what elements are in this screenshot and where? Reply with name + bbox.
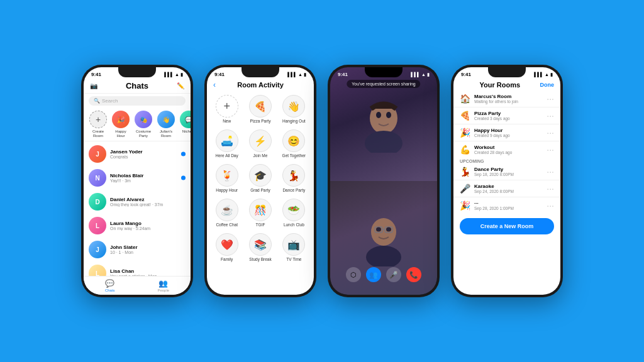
room-more-0[interactable]: ··· (547, 94, 554, 104)
end-call-btn[interactable]: 📞 (406, 267, 421, 282)
activity-grid: + New 🍕 Pizza Party 👋 Hanging Out 🛋️ Her… (207, 91, 314, 265)
activity-hanging[interactable]: 👋 Hanging Out (278, 92, 310, 126)
mute-btn[interactable]: 🎤 (386, 267, 401, 282)
upcoming-sub-0: Sep 18, 2020 8:00PM (474, 172, 543, 177)
activity-family[interactable]: ❤️ Family (211, 231, 243, 264)
activity-tv[interactable]: 📺 TV Time (278, 231, 310, 264)
chat-info-2: Daniel Alvarez Omg they look great! · 37… (110, 197, 186, 207)
phone-video-call: 9:41 ▌▌▌ ▲ ▮ (328, 65, 440, 297)
activity-label-tv: TV Time (286, 257, 301, 261)
upcoming-name-1: Karaoke (474, 184, 543, 189)
phone-chats: 9:41 ▌▌▌ ▲ ▮ 📷 Chats ✏️ 🔍 Search + (81, 65, 193, 297)
activity-grad[interactable]: 🎓 Grad Party (244, 162, 276, 195)
activity-dance[interactable]: 💃 Dance Party (278, 162, 310, 195)
upcoming-more-0[interactable]: ··· (547, 167, 554, 177)
chat-name-2: Daniel Alvarez (110, 197, 186, 202)
room-item-4[interactable]: 💬 Niche... (179, 111, 191, 138)
chat-item-4[interactable]: J John Slater 10 · 1 · Mon (84, 238, 191, 261)
upcoming-emoji-0: 💃 (460, 167, 470, 177)
activity-happy[interactable]: 🍹 Happy Hour (211, 162, 243, 195)
bottom-nav: 💬 Chats 👥 People (84, 276, 191, 295)
chat-item-0[interactable]: J Jansen Yoder Congrats 1m (84, 142, 191, 166)
chat-avatar-0: J (89, 145, 106, 163)
activity-icon-together: 😊 (282, 129, 305, 152)
upcoming-more-2[interactable]: ··· (547, 200, 554, 211)
activity-join[interactable]: ⚡ Join Me (244, 127, 276, 160)
activity-lunch[interactable]: 🥗 Lunch Club (278, 196, 310, 229)
upcoming-room-1[interactable]: 🎤 Karaoke Sep 24, 2020 8:00PM ··· (453, 181, 560, 196)
chat-name-4: John Slater (110, 244, 186, 250)
svg-point-1 (365, 131, 402, 153)
activity-label-tgif: TGIF (256, 222, 265, 227)
room-row-3[interactable]: 💪 Workout Created 28 days ago ··· (453, 142, 560, 157)
room-sub-0: Waiting for others to join (474, 99, 543, 104)
upcoming-emoji-2: 🎉 (460, 200, 470, 211)
activity-icon-study: 📚 (249, 233, 272, 256)
activity-together[interactable]: 😊 Get Together (278, 127, 310, 160)
chat-item-2[interactable]: D Daniel Alvarez Omg they look great! · … (84, 190, 191, 214)
status-time-3: 9:41 (338, 72, 348, 77)
chat-preview-2: Omg they look great! · 37m (110, 202, 186, 207)
upcoming-more-1[interactable]: ··· (547, 184, 554, 194)
activity-icon-tgif: 🎊 (249, 199, 272, 221)
signal-icon-4: ▌▌▌ (534, 72, 543, 77)
room-emoji-3: 💪 (460, 145, 470, 155)
battery-icon-4: ▮ (550, 72, 553, 77)
room-item-2[interactable]: 🎭 CostumeParty (134, 111, 153, 138)
room-activity-title: Room Activity (237, 81, 284, 89)
chat-item-3[interactable]: L Laura Mango On my way · 5:24am (84, 214, 191, 238)
activity-label-happy: Happy Hour (216, 188, 238, 192)
activity-new[interactable]: + New (211, 92, 243, 126)
camera-icon[interactable]: 📷 (90, 82, 97, 89)
activity-tgif[interactable]: 🎊 TGIF (244, 196, 276, 229)
room-avatar-3: 👋 (157, 111, 175, 128)
room-more-1[interactable]: ··· (547, 111, 554, 121)
wifi-icon-3: ▲ (421, 72, 426, 77)
phone-your-rooms: 9:41 ▌▌▌ ▲ ▮ Your Rooms Done 🏠 Marcus's … (451, 65, 563, 297)
chats-header: 📷 Chats ✏️ (84, 80, 191, 94)
room-item-1[interactable]: 🎉 HappyHour (111, 111, 130, 138)
svg-point-5 (366, 246, 401, 266)
upcoming-label: UPCOMING (453, 157, 560, 164)
activity-icon-tv: 📺 (282, 233, 305, 256)
notch-4 (488, 67, 526, 77)
room-more-3[interactable]: ··· (547, 145, 554, 155)
activity-study[interactable]: 📚 Study Break (244, 231, 276, 264)
activity-icon-happy: 🍹 (216, 164, 238, 187)
compose-icon[interactable]: ✏️ (177, 82, 184, 89)
room-more-2[interactable]: ··· (547, 128, 554, 138)
nav-chats[interactable]: 💬 Chats (105, 279, 115, 292)
room-name-0: Marcus's Room (474, 94, 543, 99)
unread-dot-1 (181, 176, 186, 180)
chat-name-3: Laura Mango (110, 221, 186, 226)
upcoming-room-2[interactable]: 🎉 ··· Sep 28, 2020 1:00PM ··· (453, 198, 560, 213)
room-item-3[interactable]: 👋 Julian'sRoom (157, 111, 175, 138)
chat-item-1[interactable]: N Nicholas Blair Yay!!! · 3m (84, 166, 191, 190)
room-label-1: HappyHour (111, 129, 130, 138)
room-label-4: Niche... (179, 129, 191, 134)
activity-coffee[interactable]: ☕ Coffee Chat (211, 196, 243, 229)
create-room-item[interactable]: + CreateRoom (89, 111, 108, 138)
people-nav-label: People (157, 288, 169, 292)
room-row-1[interactable]: 🍕 Pizza Party Created 3 days ago ··· (453, 108, 560, 123)
screen-share-btn[interactable]: ⬡ (346, 267, 361, 282)
room-avatar-1: 🎉 (112, 111, 130, 128)
room-row-2[interactable]: 🎉 Happy Hour Created 9 days ago ··· (453, 125, 560, 140)
status-icons-1: ▌▌▌ ▲ ▮ (164, 72, 183, 77)
upcoming-room-0[interactable]: 💃 Dance Party Sep 18, 2020 8:00PM ··· (453, 164, 560, 179)
chat-avatar-4: J (89, 241, 106, 258)
svg-point-10 (386, 227, 391, 231)
activity-here[interactable]: 🛋️ Here All Day (211, 127, 243, 160)
upcoming-emoji-1: 🎤 (460, 184, 470, 194)
activity-pizza[interactable]: 🍕 Pizza Party (244, 92, 276, 126)
people-btn[interactable]: 👥 (366, 267, 381, 282)
room-details-3: Workout Created 28 days ago (474, 145, 543, 155)
search-bar[interactable]: 🔍 Search (89, 96, 186, 106)
your-rooms-header: Your Rooms Done (453, 80, 560, 91)
done-button[interactable]: Done (540, 82, 554, 88)
nav-people[interactable]: 👥 People (157, 279, 169, 292)
back-button[interactable]: ‹ (213, 80, 216, 89)
room-sub-3: Created 28 days ago (474, 150, 543, 155)
room-row-0[interactable]: 🏠 Marcus's Room Waiting for others to jo… (453, 91, 560, 106)
create-new-room-button[interactable]: Create a New Room (460, 218, 554, 234)
